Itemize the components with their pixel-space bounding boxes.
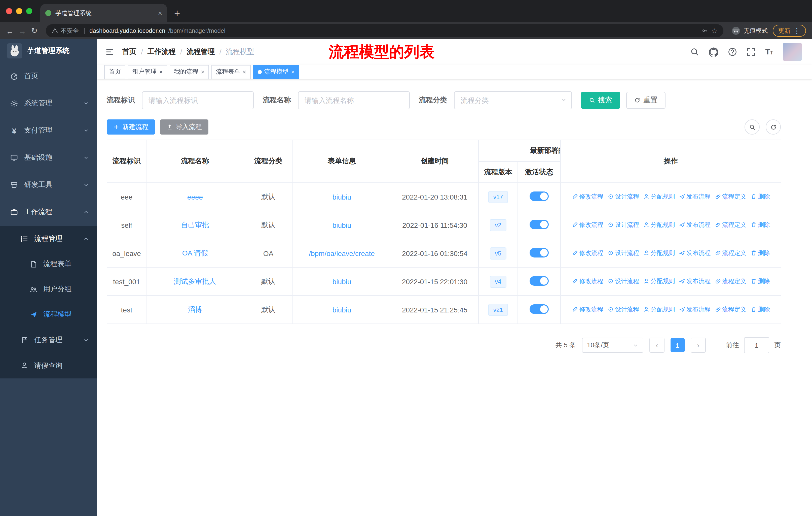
tab-close-icon[interactable]: ×	[158, 9, 162, 17]
sidebar-item-process-form[interactable]: 流程表单	[0, 251, 97, 277]
op-edit-link[interactable]: 修改流程	[572, 249, 603, 257]
op-assign-link[interactable]: 分配规则	[643, 221, 675, 229]
refresh-table-button[interactable]	[766, 119, 781, 135]
breadcrumb-item[interactable]: 首页	[122, 47, 137, 56]
op-definition-link[interactable]: 流程定义	[715, 249, 746, 257]
op-definition-link[interactable]: 流程定义	[715, 305, 746, 314]
sidebar-item-task-mgmt[interactable]: 任务管理	[0, 327, 97, 353]
op-publish-link[interactable]: 发布流程	[679, 249, 710, 257]
sidebar-item-workflow[interactable]: 工作流程	[0, 198, 97, 226]
next-page-button[interactable]: ›	[691, 337, 706, 353]
category-select[interactable]	[454, 91, 572, 109]
op-edit-link[interactable]: 修改流程	[572, 192, 603, 201]
active-toggle[interactable]	[529, 304, 549, 314]
form-info-link[interactable]: biubiu	[332, 277, 351, 286]
close-icon[interactable]: ×	[201, 69, 204, 75]
form-info-link[interactable]: biubiu	[332, 221, 351, 229]
op-design-link[interactable]: 设计流程	[607, 192, 639, 201]
op-edit-link[interactable]: 修改流程	[572, 305, 603, 314]
help-icon[interactable]	[728, 47, 737, 56]
form-info-link[interactable]: biubiu	[332, 306, 351, 314]
back-icon[interactable]: ←	[6, 26, 13, 35]
process-name-link[interactable]: 测试多审批人	[174, 277, 216, 285]
bookmark-star-icon[interactable]: ☆	[711, 27, 717, 35]
close-icon[interactable]: ×	[243, 69, 246, 75]
create-process-button[interactable]: 新建流程	[107, 119, 155, 135]
close-window-button[interactable]	[6, 8, 12, 14]
sidebar-item-user-group[interactable]: 用户分组	[0, 277, 97, 302]
op-delete-link[interactable]: 删除	[750, 249, 770, 257]
update-button[interactable]: 更新 ⋮	[773, 25, 806, 37]
sidebar-toggle-icon[interactable]	[105, 47, 114, 56]
active-toggle[interactable]	[529, 191, 549, 201]
op-delete-link[interactable]: 删除	[750, 305, 770, 314]
op-assign-link[interactable]: 分配规则	[643, 277, 675, 286]
avatar[interactable]	[783, 43, 802, 61]
active-toggle[interactable]	[529, 276, 549, 286]
sidebar-item-home[interactable]: 首页	[0, 62, 97, 90]
process-id-input[interactable]	[142, 91, 254, 109]
github-icon[interactable]	[709, 47, 718, 57]
op-publish-link[interactable]: 发布流程	[679, 192, 710, 201]
process-name-link[interactable]: eeee	[187, 193, 203, 201]
search-icon[interactable]	[690, 47, 699, 56]
op-assign-link[interactable]: 分配规则	[643, 249, 675, 257]
active-toggle[interactable]	[529, 219, 549, 229]
minimize-window-button[interactable]	[16, 8, 22, 14]
sidebar-item-devtools[interactable]: 研发工具	[0, 171, 97, 198]
sidebar-item-system[interactable]: 系统管理	[0, 90, 97, 117]
reload-icon[interactable]: ↻	[31, 26, 37, 35]
op-design-link[interactable]: 设计流程	[607, 221, 639, 229]
breadcrumb-item[interactable]: 流程管理	[187, 47, 215, 56]
op-design-link[interactable]: 设计流程	[607, 249, 639, 257]
close-icon[interactable]: ×	[291, 69, 294, 75]
op-design-link[interactable]: 设计流程	[607, 305, 639, 314]
form-info-link[interactable]: /bpm/oa/leave/create	[309, 249, 375, 257]
key-icon[interactable]	[702, 28, 708, 34]
form-info-link[interactable]: biubiu	[332, 193, 351, 201]
process-name-link[interactable]: 滔博	[188, 305, 202, 313]
close-icon[interactable]: ×	[159, 69, 163, 75]
sidebar-item-process-mgmt[interactable]: 流程管理	[0, 226, 97, 251]
sidebar-item-payment[interactable]: ¥ 支付管理	[0, 117, 97, 144]
zoom-window-button[interactable]	[26, 8, 32, 14]
op-edit-link[interactable]: 修改流程	[572, 277, 603, 286]
op-assign-link[interactable]: 分配规则	[643, 305, 675, 314]
current-page-button[interactable]: 1	[671, 338, 685, 352]
sidebar-item-infra[interactable]: 基础设施	[0, 144, 97, 171]
import-process-button[interactable]: 导入流程	[160, 119, 208, 135]
op-definition-link[interactable]: 流程定义	[715, 192, 746, 201]
op-definition-link[interactable]: 流程定义	[715, 277, 746, 286]
browser-tab[interactable]: 芋道管理系统 ×	[40, 4, 167, 22]
op-assign-link[interactable]: 分配规则	[643, 192, 675, 201]
op-definition-link[interactable]: 流程定义	[715, 221, 746, 229]
op-publish-link[interactable]: 发布流程	[679, 305, 710, 314]
process-name-link[interactable]: 自己审批	[181, 220, 209, 228]
tag-process-model[interactable]: 流程模型 ×	[253, 65, 299, 79]
op-delete-link[interactable]: 删除	[750, 277, 770, 286]
browser-menu-icon[interactable]: ⋮	[793, 27, 801, 35]
page-size-select[interactable]: 10条/页	[582, 337, 643, 353]
sidebar-item-process-model[interactable]: 流程模型	[0, 302, 97, 327]
show-search-button[interactable]	[745, 119, 760, 135]
tag-tenant[interactable]: 租户管理 ×	[128, 65, 167, 79]
breadcrumb-item[interactable]: 工作流程	[147, 47, 176, 56]
process-name-link[interactable]: OA 请假	[182, 249, 208, 257]
goto-page-input[interactable]	[744, 337, 769, 353]
op-delete-link[interactable]: 删除	[750, 192, 770, 201]
new-tab-button[interactable]: +	[174, 8, 180, 18]
prev-page-button[interactable]: ‹	[649, 337, 665, 353]
tag-home[interactable]: 首页	[104, 65, 125, 79]
font-size-icon[interactable]: TT	[765, 48, 773, 56]
forward-icon[interactable]: →	[19, 26, 26, 35]
reset-button[interactable]: 重置	[626, 92, 666, 109]
op-design-link[interactable]: 设计流程	[607, 277, 639, 286]
address-bar[interactable]: 不安全 dashboard.yudao.iocoder.cn/bpm/manag…	[46, 24, 723, 37]
op-publish-link[interactable]: 发布流程	[679, 277, 710, 286]
tag-my-process[interactable]: 我的流程 ×	[170, 65, 209, 79]
op-edit-link[interactable]: 修改流程	[572, 221, 603, 229]
sidebar-item-leave-query[interactable]: 请假查询	[0, 353, 97, 378]
active-toggle[interactable]	[529, 248, 549, 257]
fullscreen-icon[interactable]	[747, 47, 756, 56]
process-name-input[interactable]	[298, 91, 410, 109]
